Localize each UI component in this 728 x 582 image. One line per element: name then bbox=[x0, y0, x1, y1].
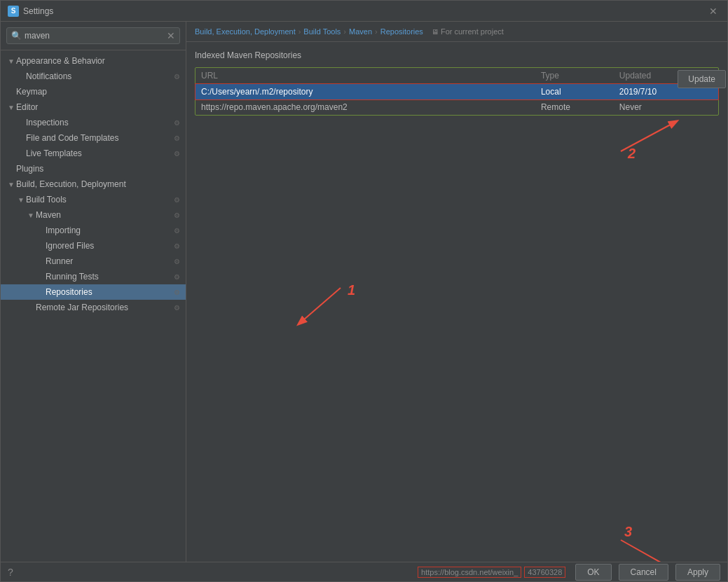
settings-icon-running-tests: ⚙ bbox=[174, 273, 180, 281]
settings-icon-live-templates: ⚙ bbox=[174, 150, 180, 158]
row2-url: https://repo.maven.apache.org/maven2 bbox=[195, 99, 535, 115]
expand-arrow-build-exec: ▼ bbox=[6, 181, 16, 188]
breadcrumb-project-label: 🖥 For current project bbox=[432, 27, 504, 36]
sidebar-item-remote-jar[interactable]: Remote Jar Repositories ⚙ bbox=[1, 300, 186, 315]
expand-arrow-editor: ▼ bbox=[6, 104, 16, 111]
ok-button[interactable]: OK bbox=[575, 564, 611, 581]
table-row[interactable]: C:/Users/yearn/.m2/repository Local 2019… bbox=[195, 84, 718, 100]
col-url: URL bbox=[195, 68, 535, 84]
sidebar-item-inspections[interactable]: Inspections ⚙ bbox=[1, 115, 186, 130]
window-title: Settings bbox=[23, 6, 53, 16]
row1-type: Local bbox=[535, 84, 614, 100]
sidebar-item-build-exec-deploy[interactable]: ▼ Build, Execution, Deployment bbox=[1, 176, 186, 192]
sidebar-item-appearance[interactable]: ▼ Appearance & Behavior bbox=[1, 53, 186, 69]
repo-table-body: C:/Users/yearn/.m2/repository Local 2019… bbox=[195, 84, 718, 116]
breadcrumb-build-tools[interactable]: Build Tools bbox=[303, 27, 341, 36]
row2-type: Remote bbox=[535, 99, 614, 115]
row1-url: C:/Users/yearn/.m2/repository bbox=[195, 84, 535, 100]
breadcrumb-build-exec[interactable]: Build, Execution, Deployment bbox=[195, 27, 296, 36]
search-input[interactable] bbox=[25, 31, 164, 41]
sidebar-item-runner[interactable]: Runner ⚙ bbox=[1, 254, 186, 269]
apply-button[interactable]: Apply bbox=[675, 564, 720, 581]
main-panel: Build, Execution, Deployment › Build Too… bbox=[186, 22, 727, 562]
breadcrumb-sep-3: › bbox=[375, 27, 378, 36]
settings-icon-maven: ⚙ bbox=[174, 212, 180, 219]
expand-arrow-build-tools: ▼ bbox=[16, 196, 26, 204]
sidebar-item-plugins[interactable]: Plugins bbox=[1, 161, 186, 176]
settings-icon-remote-jar: ⚙ bbox=[174, 304, 180, 312]
table-header-row: URL Type Updated bbox=[195, 68, 718, 84]
breadcrumb-sep-2: › bbox=[343, 27, 346, 36]
sidebar: 🔍 ✕ ▼ Appearance & Behavior Notification… bbox=[1, 22, 186, 562]
sidebar-item-repositories[interactable]: Repositories ⚙ bbox=[1, 284, 186, 300]
sidebar-item-ignored-files[interactable]: Ignored Files ⚙ bbox=[1, 238, 186, 254]
breadcrumb-sep-1: › bbox=[298, 27, 301, 36]
sidebar-item-build-tools[interactable]: ▼ Build Tools ⚙ bbox=[1, 192, 186, 207]
settings-icon-file-templates: ⚙ bbox=[174, 134, 180, 142]
panel-content: Indexed Maven Repositories URL Type Upda… bbox=[186, 42, 727, 562]
sidebar-item-maven[interactable]: ▼ Maven ⚙ bbox=[1, 207, 186, 223]
sidebar-item-importing[interactable]: Importing ⚙ bbox=[1, 223, 186, 238]
sidebar-item-live-templates[interactable]: Live Templates ⚙ bbox=[1, 146, 186, 161]
title-bar-left: S Settings bbox=[8, 6, 53, 17]
url-text-left: https://blog.csdn.net/weixin_ bbox=[418, 567, 521, 578]
settings-window: S Settings ✕ 🔍 ✕ ▼ Appearance bbox=[0, 0, 728, 582]
close-button[interactable]: ✕ bbox=[706, 4, 720, 18]
app-icon: S bbox=[8, 6, 19, 17]
expand-arrow-maven: ▼ bbox=[26, 212, 36, 219]
settings-icon-repositories: ⚙ bbox=[174, 289, 180, 296]
col-type: Type bbox=[535, 68, 614, 84]
settings-icon-notifications: ⚙ bbox=[174, 73, 180, 81]
repos-section: Indexed Maven Repositories URL Type Upda… bbox=[195, 50, 719, 116]
breadcrumb: Build, Execution, Deployment › Build Too… bbox=[186, 22, 727, 42]
bottom-buttons: OK Cancel Apply bbox=[571, 564, 720, 581]
url-text-right: 43760328 bbox=[524, 567, 565, 578]
breadcrumb-maven[interactable]: Maven bbox=[349, 27, 372, 36]
bottom-right: https://blog.csdn.net/weixin_ 43760328 O… bbox=[418, 564, 720, 581]
search-clear-icon[interactable]: ✕ bbox=[167, 30, 175, 41]
search-icon: 🔍 bbox=[11, 31, 22, 41]
sidebar-item-running-tests[interactable]: Running Tests ⚙ bbox=[1, 269, 186, 284]
table-row[interactable]: https://repo.maven.apache.org/maven2 Rem… bbox=[195, 99, 718, 115]
cancel-button[interactable]: Cancel bbox=[619, 564, 668, 581]
expand-arrow-appearance: ▼ bbox=[6, 57, 16, 65]
table-container: URL Type Updated C:/Users/yearn/.m2/repo… bbox=[195, 67, 719, 116]
main-content: 🔍 ✕ ▼ Appearance & Behavior Notification… bbox=[1, 22, 727, 562]
settings-icon-inspections: ⚙ bbox=[174, 119, 180, 127]
url-box: https://blog.csdn.net/weixin_ 43760328 bbox=[418, 567, 565, 578]
sidebar-item-file-code-templates[interactable]: File and Code Templates ⚙ bbox=[1, 130, 186, 146]
search-box: 🔍 ✕ bbox=[1, 22, 186, 50]
repo-table: URL Type Updated C:/Users/yearn/.m2/repo… bbox=[195, 68, 718, 115]
bottom-bar: ? https://blog.csdn.net/weixin_ 43760328… bbox=[1, 562, 727, 581]
row2-updated: Never bbox=[614, 99, 718, 115]
search-wrapper: 🔍 ✕ bbox=[6, 27, 180, 44]
help-icon[interactable]: ? bbox=[8, 567, 13, 578]
settings-icon-importing: ⚙ bbox=[174, 227, 180, 235]
sidebar-item-notifications[interactable]: Notifications ⚙ bbox=[1, 69, 186, 84]
sidebar-item-editor[interactable]: ▼ Editor bbox=[1, 99, 186, 115]
title-bar: S Settings ✕ bbox=[1, 1, 727, 22]
settings-icon-ignored-files: ⚙ bbox=[174, 242, 180, 250]
repo-table-head: URL Type Updated bbox=[195, 68, 718, 84]
sidebar-item-keymap[interactable]: Keymap bbox=[1, 84, 186, 99]
breadcrumb-repositories: Repositories bbox=[380, 27, 423, 36]
section-title: Indexed Maven Repositories bbox=[195, 50, 719, 60]
settings-tree: ▼ Appearance & Behavior Notifications ⚙ … bbox=[1, 50, 186, 562]
settings-icon-build-tools: ⚙ bbox=[174, 196, 180, 204]
repo-table-wrapper: URL Type Updated C:/Users/yearn/.m2/repo… bbox=[195, 67, 719, 116]
update-button[interactable]: Update bbox=[678, 70, 726, 88]
settings-icon-runner: ⚙ bbox=[174, 258, 180, 265]
